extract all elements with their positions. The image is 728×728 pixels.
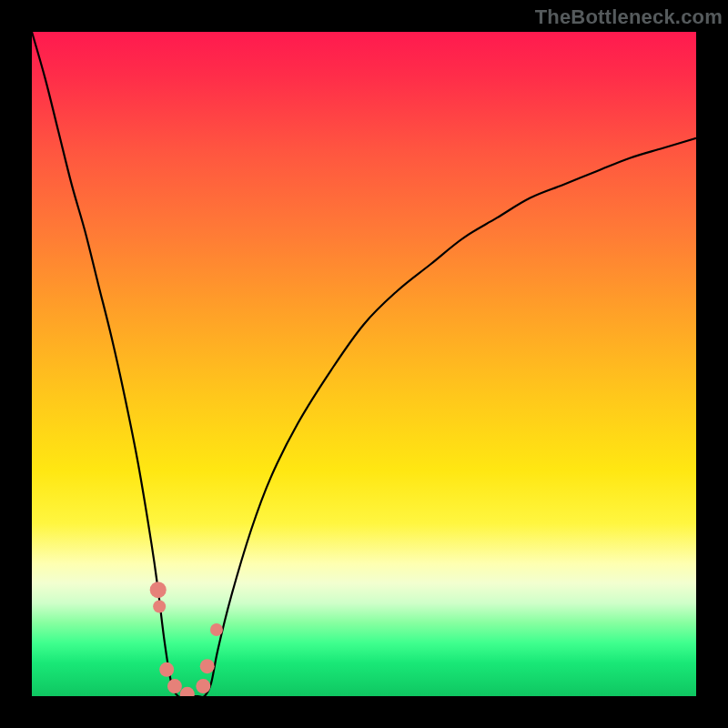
chart-frame: TheBottleneck.com — [0, 0, 728, 728]
curve-marker — [153, 600, 166, 612]
watermark-text: TheBottleneck.com — [535, 5, 723, 29]
chart-plot-area — [32, 32, 696, 696]
curve-marker — [167, 679, 182, 693]
curve-marker — [159, 662, 174, 677]
bottleneck-curve — [32, 32, 696, 696]
curve-marker — [150, 581, 167, 598]
curve-marker — [200, 659, 215, 673]
curve-marker — [196, 679, 210, 693]
chart-svg — [32, 32, 696, 696]
curve-marker — [210, 623, 223, 636]
curve-marker — [180, 687, 195, 696]
